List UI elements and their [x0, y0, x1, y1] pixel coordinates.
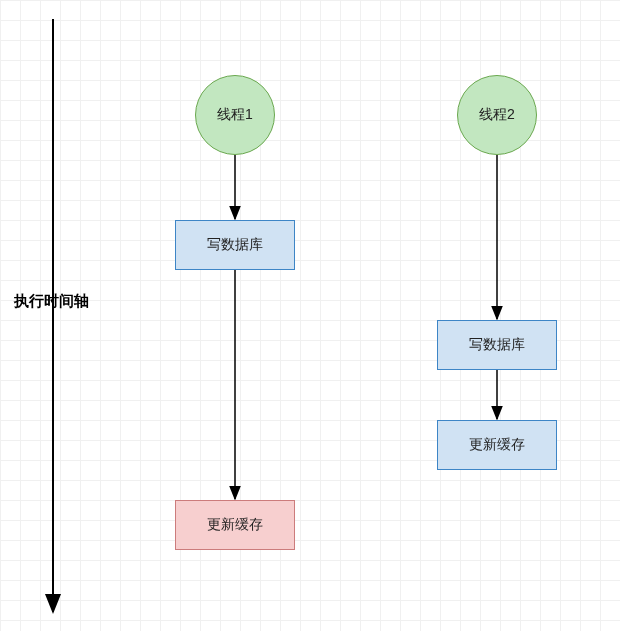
thread2-step1-label: 写数据库 — [469, 336, 525, 354]
thread2-update-cache: 更新缓存 — [437, 420, 557, 470]
thread2-step2-label: 更新缓存 — [469, 436, 525, 454]
thread1-update-cache: 更新缓存 — [175, 500, 295, 550]
timeline-label: 执行时间轴 — [14, 292, 89, 311]
thread2-write-db: 写数据库 — [437, 320, 557, 370]
thread1-step2-label: 更新缓存 — [207, 516, 263, 534]
thread2-start: 线程2 — [457, 75, 537, 155]
thread1-write-db: 写数据库 — [175, 220, 295, 270]
thread1-step1-label: 写数据库 — [207, 236, 263, 254]
thread1-start: 线程1 — [195, 75, 275, 155]
diagram-canvas: 执行时间轴 线程1 写数据库 更新缓存 线程2 写数据库 更新缓存 — [0, 0, 620, 631]
thread1-label: 线程1 — [217, 106, 253, 124]
thread2-label: 线程2 — [479, 106, 515, 124]
